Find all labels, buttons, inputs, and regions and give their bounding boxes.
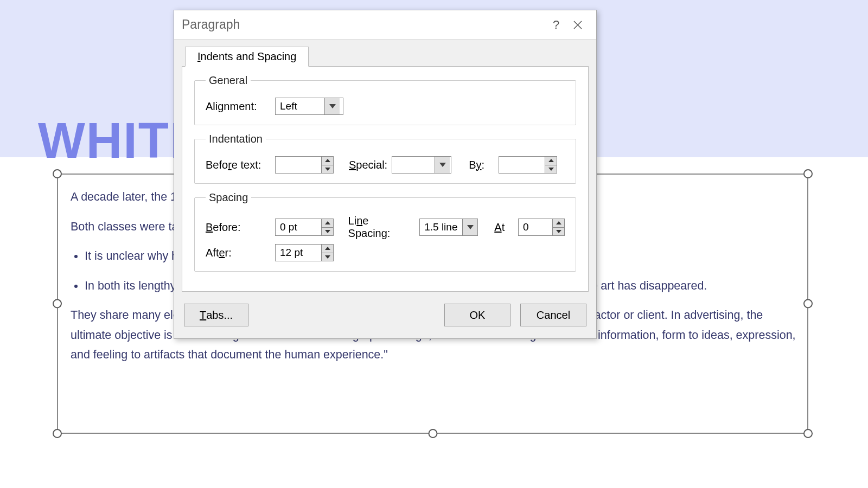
svg-marker-13	[325, 247, 330, 250]
chevron-down-icon[interactable]	[462, 219, 477, 235]
help-icon: ?	[553, 18, 559, 32]
alignment-combo[interactable]	[275, 98, 343, 115]
svg-marker-3	[325, 159, 330, 162]
at-spin[interactable]	[518, 219, 565, 236]
group-indentation: Indentation Before text: Special:	[194, 133, 576, 184]
close-icon	[573, 20, 583, 30]
svg-marker-6	[548, 159, 554, 162]
before-text-spin[interactable]	[275, 156, 334, 174]
before-label: Before:	[206, 221, 271, 234]
resize-handle-mr[interactable]	[803, 299, 813, 309]
svg-marker-5	[439, 163, 446, 167]
special-field[interactable]	[392, 157, 435, 173]
spacing-legend: Spacing	[206, 191, 251, 204]
alignment-label: Alignment:	[206, 100, 271, 113]
group-general: General Alignment:	[194, 74, 576, 125]
at-label: At	[494, 221, 505, 234]
tabs-button[interactable]: Tabs...	[184, 304, 248, 326]
after-label: After:	[206, 247, 271, 259]
spin-down-icon[interactable]	[553, 228, 564, 236]
svg-marker-2	[329, 104, 336, 108]
by-label: By:	[469, 159, 484, 171]
svg-marker-12	[556, 230, 561, 233]
dialog-button-row: Tabs... OK Cancel	[174, 294, 596, 338]
spin-down-icon[interactable]	[322, 165, 333, 174]
resize-handle-br[interactable]	[803, 429, 813, 438]
chevron-down-icon[interactable]	[435, 157, 450, 173]
line-spacing-combo[interactable]	[419, 219, 478, 236]
close-button[interactable]	[567, 14, 589, 36]
chevron-down-icon[interactable]	[324, 98, 340, 114]
before-text-label: Before text:	[206, 159, 271, 171]
line-spacing-field[interactable]	[420, 219, 462, 235]
svg-marker-9	[325, 230, 330, 233]
tab-label-rest: ndents and Spacing	[201, 50, 297, 62]
spin-up-icon[interactable]	[553, 219, 564, 228]
tab-panel: General Alignment: Indentation Before te…	[182, 66, 589, 292]
spin-up-icon[interactable]	[322, 219, 333, 228]
by-spin[interactable]	[499, 156, 557, 174]
dialog-title: Paragraph	[182, 17, 545, 32]
svg-marker-4	[325, 168, 330, 171]
resize-handle-tl[interactable]	[53, 169, 62, 178]
general-legend: General	[206, 74, 251, 87]
before-spin[interactable]	[275, 219, 334, 236]
resize-handle-bl[interactable]	[53, 429, 62, 438]
help-button[interactable]: ?	[545, 14, 567, 36]
paragraph-dialog: Paragraph ? Indents and Spacing General …	[174, 10, 597, 339]
at-field[interactable]	[519, 219, 552, 235]
special-label: Special:	[349, 159, 387, 171]
spin-down-icon[interactable]	[322, 253, 333, 261]
resize-handle-tr[interactable]	[803, 169, 813, 178]
tab-indents-and-spacing[interactable]: Indents and Spacing	[185, 47, 309, 67]
after-spin[interactable]	[275, 244, 334, 261]
after-field[interactable]	[276, 245, 321, 261]
line-spacing-label: Line Spacing:	[348, 215, 406, 240]
resize-handle-ml[interactable]	[53, 299, 62, 309]
svg-marker-10	[467, 225, 474, 229]
svg-marker-7	[548, 168, 554, 171]
ok-button[interactable]: OK	[444, 304, 510, 326]
spin-up-icon[interactable]	[545, 157, 557, 165]
resize-handle-mb[interactable]	[428, 429, 437, 438]
spin-up-icon[interactable]	[322, 157, 333, 165]
indentation-legend: Indentation	[206, 133, 266, 145]
svg-marker-8	[325, 221, 330, 224]
spin-down-icon[interactable]	[545, 165, 557, 174]
by-field[interactable]	[499, 157, 545, 173]
before-field[interactable]	[276, 219, 321, 235]
alignment-field[interactable]	[276, 98, 324, 114]
svg-marker-14	[325, 255, 330, 259]
group-spacing: Spacing Before: Line Spacing:	[194, 191, 576, 272]
special-combo[interactable]	[392, 156, 451, 174]
cancel-button[interactable]: Cancel	[520, 304, 586, 326]
before-text-field[interactable]	[276, 157, 321, 173]
spin-up-icon[interactable]	[322, 245, 333, 253]
spin-down-icon[interactable]	[322, 228, 333, 236]
dialog-titlebar[interactable]: Paragraph ?	[174, 10, 596, 40]
svg-marker-11	[556, 221, 561, 224]
